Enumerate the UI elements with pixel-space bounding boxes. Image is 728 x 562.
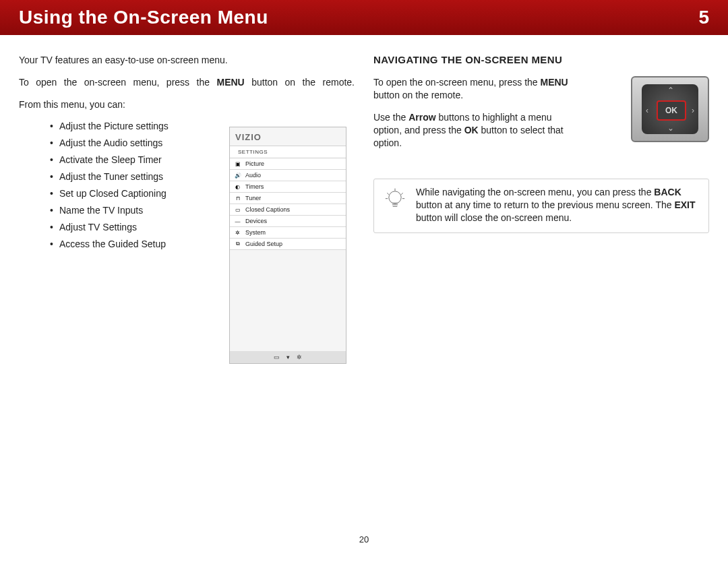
- nav-paragraph-1: To open the on-screen menu, press the ME…: [373, 76, 576, 102]
- section-heading: NAVIGATING THE ON-SCREEN MENU: [373, 54, 709, 65]
- menu-header: SETTINGS: [230, 146, 346, 158]
- tip-box: While navigating the on-screen menu, you…: [373, 179, 709, 233]
- right-paragraphs: To open the on-screen menu, press the ME…: [373, 76, 617, 158]
- onscreen-menu-screenshot: VIZIO SETTINGS ▣Picture 🔊Audio ◐Timers ⊓…: [229, 127, 346, 364]
- page-number: 20: [0, 534, 728, 544]
- menu-row-timers: ◐Timers: [230, 181, 346, 193]
- svg-point-0: [389, 191, 401, 204]
- guided-icon: ⧉: [234, 241, 241, 247]
- menu-row-guided: ⧉Guided Setup: [230, 239, 346, 250]
- tuner-icon: ⊓: [234, 195, 241, 201]
- right-column: NAVIGATING THE ON-SCREEN MENU To open th…: [373, 54, 709, 255]
- intro-paragraph-2: To open the on-screen menu, press the ME…: [19, 76, 355, 89]
- menu-row-devices: —Devices: [230, 216, 346, 227]
- lightbulb-icon: [384, 187, 406, 214]
- audio-icon: 🔊: [234, 173, 241, 179]
- menu-row-tuner: ⊓Tuner: [230, 193, 346, 204]
- footer-gear-icon: ✲: [297, 354, 302, 361]
- menu-row-cc: ▭Closed Captions: [230, 204, 346, 216]
- menu-empty-area: [230, 250, 346, 351]
- remote-ok-button: OK: [657, 100, 686, 121]
- chapter-number: 5: [698, 7, 709, 28]
- menu-row-system: ✲System: [230, 227, 346, 239]
- right-intro-area: To open the on-screen menu, press the ME…: [373, 76, 709, 158]
- menu-footer-bar: ▭ ▾ ✲: [230, 351, 346, 363]
- cc-icon: ▭: [234, 207, 241, 213]
- chapter-banner: Using the On-Screen Menu 5: [0, 0, 728, 35]
- footer-wide-icon: ▭: [274, 354, 280, 361]
- timer-icon: ◐: [234, 184, 241, 190]
- chapter-title: Using the On-Screen Menu: [19, 7, 268, 28]
- menu-row-audio: 🔊Audio: [230, 170, 346, 181]
- menu-row-picture: ▣Picture: [230, 158, 346, 170]
- arrow-left-icon: ‹: [646, 106, 648, 115]
- arrow-down-icon: ⌄: [667, 123, 674, 133]
- intro-paragraph-3: From this menu, you can:: [19, 98, 355, 111]
- nav-paragraph-2: Use the Arrow buttons to highlight a men…: [373, 111, 576, 150]
- arrow-up-icon: ⌃: [667, 86, 674, 95]
- intro-paragraph-1: Your TV features an easy-to-use on-scree…: [19, 54, 355, 67]
- left-column: Your TV features an easy-to-use on-scree…: [19, 54, 355, 255]
- footer-v-icon: ▾: [286, 354, 290, 361]
- system-icon: ✲: [234, 230, 241, 236]
- picture-icon: ▣: [234, 161, 241, 167]
- devices-icon: —: [234, 218, 241, 224]
- remote-ok-pad-image: ⌃ ⌄ ‹ › OK: [631, 76, 709, 142]
- arrow-right-icon: ›: [692, 106, 694, 115]
- content-area: Your TV features an easy-to-use on-scree…: [0, 35, 728, 255]
- menu-brand: VIZIO: [230, 127, 346, 146]
